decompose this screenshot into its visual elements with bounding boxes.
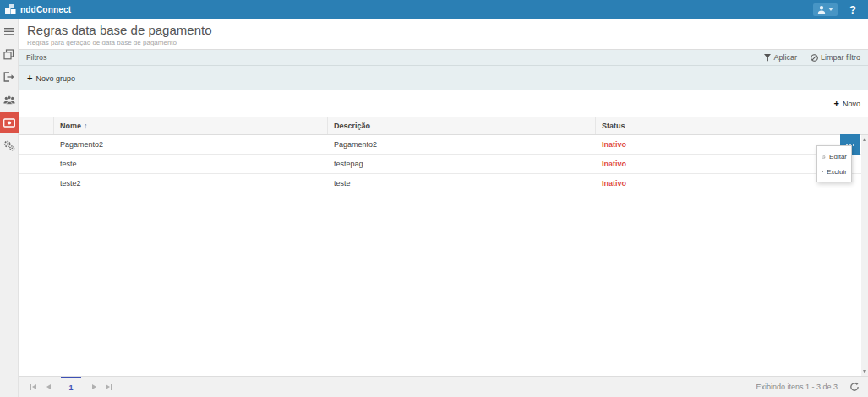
- sidebar: [0, 19, 19, 397]
- apply-filter-button[interactable]: Aplicar: [764, 53, 797, 62]
- app-logo: nddConnect: [5, 3, 71, 15]
- data-grid: Nome ↑ Descrição Status Pagamento2 Pagam…: [19, 117, 868, 376]
- table-row[interactable]: teste testepag Inativo: [19, 155, 868, 174]
- sidebar-item-payment-rules[interactable]: [0, 112, 19, 133]
- sidebar-item-sign-out[interactable]: [0, 67, 19, 87]
- menu-item-edit[interactable]: Editar: [817, 149, 851, 164]
- cell-nome: Pagamento2: [54, 135, 328, 154]
- new-group-button[interactable]: + Novo grupo: [27, 73, 75, 83]
- first-page-icon: [32, 384, 36, 389]
- settings-icon: [3, 140, 15, 151]
- top-bar: nddConnect ?: [0, 0, 868, 19]
- header-cell-nome[interactable]: Nome ↑: [54, 117, 328, 134]
- last-page-button[interactable]: [101, 377, 117, 397]
- header-cell-status[interactable]: Status: [596, 117, 868, 134]
- next-page-icon: [92, 384, 96, 389]
- chevron-down-icon: [828, 8, 833, 11]
- new-group-label: Novo grupo: [35, 74, 75, 83]
- cell-descricao: testepag: [328, 155, 596, 173]
- funnel-icon: [764, 54, 771, 62]
- column-label-descricao: Descrição: [334, 122, 370, 130]
- sort-asc-icon: ↑: [84, 122, 88, 130]
- plus-icon: +: [27, 73, 32, 83]
- menu-item-edit-label: Editar: [829, 153, 847, 160]
- previous-page-button[interactable]: [41, 377, 56, 397]
- app-window: nddConnect ?: [0, 0, 868, 397]
- sidebar-item-users[interactable]: [0, 90, 19, 110]
- filters-section: Filtros Aplicar Limpar filtro: [19, 49, 868, 90]
- payment-icon: [3, 118, 15, 128]
- documents-icon: [3, 49, 14, 60]
- pagination-bar: 1 Exibindo itens 1 - 3 de 3: [19, 376, 868, 397]
- previous-page-icon: [46, 384, 51, 389]
- user-menu-button[interactable]: [813, 3, 838, 16]
- users-icon: [3, 95, 15, 105]
- sign-out-icon: [3, 72, 14, 82]
- first-page-button[interactable]: [25, 377, 41, 397]
- app-name: nddConnect: [20, 5, 71, 14]
- cell-descricao: teste: [328, 174, 596, 193]
- sidebar-item-settings[interactable]: [0, 135, 19, 155]
- next-page-button[interactable]: [86, 377, 101, 397]
- table-row[interactable]: Pagamento2 Pagamento2 Inativo: [19, 135, 868, 155]
- scroll-up-button[interactable]: [861, 135, 868, 144]
- table-row[interactable]: teste2 teste Inativo: [19, 174, 868, 193]
- scroll-down-button[interactable]: [861, 367, 868, 376]
- page-number-button[interactable]: 1: [61, 377, 81, 397]
- help-button[interactable]: ?: [849, 3, 856, 16]
- trash-icon: [822, 167, 823, 176]
- clear-filter-button[interactable]: Limpar filtro: [811, 53, 860, 62]
- page-title: Regras data base de pagamento: [27, 23, 868, 37]
- column-label-status: Status: [602, 122, 625, 130]
- filters-title: Filtros: [26, 53, 47, 62]
- user-icon: [817, 5, 826, 14]
- sidebar-item-documents[interactable]: [0, 44, 19, 64]
- menu-icon: [4, 28, 14, 35]
- menu-item-delete[interactable]: Excluir: [817, 164, 851, 179]
- filters-panel: + Novo grupo: [19, 66, 868, 90]
- main-content: Regras data base de pagamento Regras par…: [19, 19, 868, 397]
- sidebar-item-menu[interactable]: [0, 21, 19, 41]
- cell-nome: teste2: [54, 174, 328, 193]
- header-cell-empty: [19, 117, 54, 134]
- page-subtitle: Regras para geração de data base de paga…: [27, 39, 868, 46]
- clear-filter-label: Limpar filtro: [821, 53, 860, 62]
- page-header: Regras data base de pagamento Regras par…: [19, 19, 868, 49]
- new-button[interactable]: + Novo: [834, 99, 860, 108]
- refresh-button[interactable]: [849, 382, 860, 392]
- last-page-icon: [106, 384, 110, 389]
- plus-icon: +: [834, 99, 839, 108]
- row-context-menu: Editar Excluir: [816, 145, 852, 182]
- column-label-nome: Nome: [60, 122, 81, 130]
- grid-toolbar: + Novo: [19, 90, 868, 117]
- new-button-label: Novo: [843, 100, 860, 108]
- cell-descricao: Pagamento2: [328, 135, 596, 154]
- cancel-circle-icon: [811, 54, 818, 62]
- cell-nome: teste: [54, 155, 328, 173]
- apply-filter-label: Aplicar: [773, 53, 797, 62]
- arrow-down-icon: [863, 370, 866, 373]
- pagination-summary: Exibindo itens 1 - 3 de 3: [756, 383, 838, 391]
- ndd-logo-icon: [5, 3, 17, 15]
- menu-item-delete-label: Excluir: [827, 168, 847, 176]
- grid-header-row: Nome ↑ Descrição Status: [19, 117, 868, 135]
- arrow-up-icon: [863, 138, 866, 141]
- edit-icon: [822, 152, 826, 160]
- grid-scrollbar[interactable]: [861, 135, 868, 376]
- filters-bar: Filtros Aplicar Limpar filtro: [19, 50, 868, 66]
- refresh-icon: [849, 382, 860, 392]
- header-cell-descricao[interactable]: Descrição: [328, 117, 596, 134]
